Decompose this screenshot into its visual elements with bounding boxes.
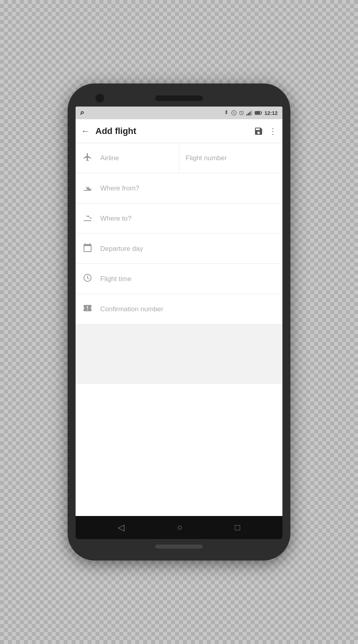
save-icon[interactable] [254, 126, 263, 136]
svg-rect-6 [251, 111, 252, 116]
status-bar: P [76, 107, 282, 119]
calendar-icon [82, 243, 93, 255]
airline-label: Airline [100, 154, 119, 162]
signal-icon [246, 110, 253, 116]
airline-field[interactable]: Airline [76, 143, 179, 173]
camera-dot [95, 94, 104, 103]
mute-icon [231, 110, 237, 116]
confirmation-number-label: Confirmation number [100, 305, 163, 313]
back-nav-icon[interactable]: ◁ [118, 522, 125, 533]
android-nav-bar: ◁ ○ □ [76, 516, 282, 539]
airline-row[interactable]: Airline Flight number [76, 143, 282, 173]
ticket-icon [82, 303, 93, 315]
flight-time-label: Flight time [100, 275, 131, 283]
flight-number-field[interactable]: Flight number [179, 143, 283, 173]
clock-icon [82, 273, 93, 285]
app-bar: ← Add flight ⋮ [76, 119, 282, 143]
page-title: Add flight [95, 126, 254, 136]
speaker-grille [155, 95, 203, 101]
more-options-button[interactable]: ⋮ [269, 126, 277, 136]
takeoff-icon [82, 182, 93, 194]
battery-icon [255, 110, 263, 116]
phone-device: P [68, 83, 290, 561]
recents-nav-icon[interactable]: □ [235, 522, 240, 533]
departure-day-row[interactable]: Departure day [76, 234, 282, 264]
svg-rect-5 [249, 112, 251, 116]
phone-bottom-bar [155, 545, 203, 549]
where-to-row[interactable]: Where to? [76, 204, 282, 234]
where-from-row[interactable]: Where from? [76, 173, 282, 204]
svg-rect-3 [246, 114, 247, 115]
departure-day-label: Departure day [100, 245, 143, 253]
status-time: 12:12 [265, 110, 278, 116]
bluetooth-icon [224, 110, 229, 116]
alarm-icon [239, 110, 244, 116]
phone-top-bar [76, 95, 282, 101]
home-nav-icon[interactable]: ○ [177, 522, 182, 533]
app-bar-actions: ⋮ [254, 126, 277, 136]
svg-rect-4 [248, 113, 249, 115]
empty-area [76, 324, 282, 384]
phone-screen: P [76, 107, 282, 539]
svg-rect-8 [255, 112, 260, 114]
form-content: Airline Flight number Where from? [76, 143, 282, 516]
svg-line-1 [233, 112, 235, 114]
status-right-icons: 12:12 [224, 110, 278, 116]
landing-icon [82, 213, 93, 225]
back-button[interactable]: ← [81, 126, 90, 136]
confirmation-number-row[interactable]: Confirmation number [76, 294, 282, 324]
flight-time-row[interactable]: Flight time [76, 264, 282, 294]
where-to-label: Where to? [100, 215, 131, 223]
status-left-icon: P [80, 110, 84, 116]
flight-number-label: Flight number [186, 154, 227, 162]
where-from-label: Where from? [100, 184, 139, 192]
airplane-icon [82, 152, 93, 164]
